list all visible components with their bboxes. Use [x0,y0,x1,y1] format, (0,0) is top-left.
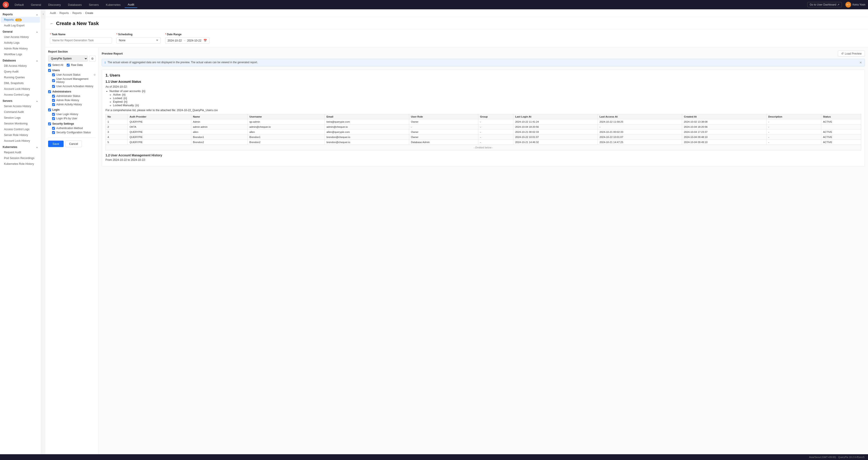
user-account-status-gear-icon[interactable]: ⚙ [94,74,96,76]
sidebar-item-servers-account-lock-history[interactable]: Account Lock History [1,138,40,144]
system-gear-button[interactable]: ⚙ [89,56,96,62]
sidebar-item-admin-role-history[interactable]: Admin Role History [1,46,40,52]
sidebar-item-server-role-history[interactable]: Server Role History [1,132,40,138]
user-account-status-checkbox[interactable] [52,74,55,76]
raw-data-label: Raw Data [71,63,83,66]
sidebar-item-pod-session-recordings[interactable]: Pod Session Recordings [1,155,40,161]
login-group-header: Login [48,108,96,111]
authentication-method-checkbox[interactable] [52,127,55,130]
go-to-dashboard-button[interactable]: Go to User Dashboard ↗ [807,2,842,7]
sidebar-item-user-access-history[interactable]: User Access History [1,34,40,40]
administrators-checkbox[interactable] [48,90,51,93]
security-settings-checkbox[interactable] [48,122,51,125]
security-configuration-checkbox[interactable] [52,131,55,134]
back-button[interactable]: ← [50,21,54,26]
tab-general[interactable]: General [28,2,44,8]
table-cell: 1 [106,119,128,124]
external-link-icon: ↗ [837,3,839,6]
table-cell: qp-admin [248,119,325,124]
sidebar-item-db-access-history[interactable]: DB Access History [1,63,40,69]
col-no: No [106,114,128,119]
table-cell: - [478,124,513,130]
sidebar-item-workflow-logs[interactable]: Workflow Logs [1,52,40,57]
section12-date-range: From 2024-10-22 to 2024-10-22: [105,159,861,162]
close-banner-button[interactable]: ✕ [859,61,862,64]
admin-role-history-checkbox[interactable] [52,99,55,102]
sidebar-item-dml-snapshots[interactable]: DML Snapshots [1,80,40,86]
select-all-row: Select All Raw Data [48,63,96,66]
tab-servers[interactable]: Servers [86,2,102,8]
table-row: 1QUERYPIEAdminqp-adminkeira@querypie.com… [106,119,861,124]
select-all-checkbox[interactable] [48,64,51,66]
date-range-picker[interactable]: 2024-10-22 → 2024-10-22 📅 [165,37,210,44]
breadcrumb-audit[interactable]: Audit [50,11,56,15]
table-cell: 2024-10-04 17:23:37 [682,130,767,135]
sidebar-collapse-button[interactable]: ‹ [41,9,45,19]
bullet-locked: Locked: {n} [113,97,861,100]
table-cell: allen [191,130,248,135]
tab-kubernetes[interactable]: Kubernetes [103,2,124,8]
tab-audit[interactable]: Audit [125,2,137,8]
table-cell: - [478,119,513,124]
sidebar-item-session-logs[interactable]: Session Logs [1,115,40,121]
sidebar-item-command-audit[interactable]: Command Audit [1,109,40,115]
table-cell: QUERYPIE [128,135,191,140]
table-cell: allen [248,130,325,135]
table-cell: 2 [106,124,128,130]
user-account-activation-checkbox[interactable] [52,85,55,88]
sidebar-item-account-lock-history[interactable]: Account Lock History [1,86,40,92]
col-auth-provider: Auth Provider [128,114,191,119]
tab-discovery[interactable]: Discovery [45,2,64,8]
security-settings-label: Security Settings [52,122,74,125]
timezone-info: Asia/Seoul (GMT+09:00) [809,456,836,458]
raw-data-checkbox[interactable] [67,64,70,66]
sidebar-item-query-audit[interactable]: Query Audit [1,69,40,75]
page-header: ← Create a New Task [45,17,868,29]
bullet-1: Number of user accounts: {n} [110,90,861,93]
sidebar-item-reports[interactable]: Reports Beta [1,17,40,23]
table-cell: OKTA [128,124,191,130]
sidebar-item-session-monitoring[interactable]: Session Monitoring [1,121,40,126]
sidebar-item-servers-access-control-logs[interactable]: Access Control Logs [1,126,40,132]
chevron-up-icon-general: ▲ [36,31,38,33]
task-name-group: * Task Name [50,33,112,44]
cancel-button[interactable]: Cancel [65,140,82,147]
system-select[interactable]: QueryPie System [48,55,88,62]
admin-activity-history-checkbox[interactable] [52,103,55,106]
users-checkbox[interactable] [48,69,51,72]
preview-title: Preview Report [102,52,123,55]
breadcrumb-reports-1[interactable]: Reports [59,11,69,15]
table-cell: Brendon2 [248,140,325,145]
sidebar-item-server-access-history[interactable]: Server Access History [1,103,40,109]
scheduling-group: * Scheduling NoneDailyWeeklyMonthly [116,33,161,44]
sidebar-item-kubernetes-role-history[interactable]: Kubernetes Role History [1,161,40,167]
user-account-management-checkbox[interactable] [52,79,55,82]
tab-databases[interactable]: Databases [65,2,85,8]
calendar-icon[interactable]: 📅 [204,39,207,42]
login-ips-checkbox[interactable] [52,117,55,120]
date-arrow-icon: → [183,39,186,42]
user-login-history-checkbox[interactable] [52,113,55,116]
scheduling-select[interactable]: NoneDailyWeeklyMonthly [116,37,161,44]
user-account-activation-item: User Account Activation History [52,85,96,88]
administrators-group: Administrators Administrator Status Admi… [48,90,96,106]
save-button[interactable]: Save [48,141,64,147]
table-cell: Brendon1 [248,135,325,140]
security-configuration-label: Security Configuration Status [56,131,91,134]
table-cell: 2024-10-22 10:01:07 [597,135,682,140]
sidebar-item-activity-logs[interactable]: Activity Logs [1,40,40,46]
login-checkbox[interactable] [48,109,51,111]
user-account-management-label: User Account Management History [56,78,96,84]
sidebar-item-access-control-logs[interactable]: Access Control Logs [1,92,40,97]
sidebar-item-audit-log-export[interactable]: Audit Log Export [1,23,40,28]
task-name-input[interactable] [50,37,112,44]
sidebar-item-request-audit[interactable]: Request Audit [1,149,40,155]
tab-default[interactable]: Default [11,2,27,8]
authentication-method-item: Authentication Method [52,127,96,130]
breadcrumb-reports-2[interactable]: Reports [72,11,82,15]
administrator-status-checkbox[interactable] [52,95,55,97]
table-cell: - [767,140,821,145]
load-preview-button[interactable]: ↺ Load Preview [838,51,865,57]
table-cell: ACTIVE [821,135,861,140]
sidebar-item-running-queries[interactable]: Running Queries [1,75,40,80]
